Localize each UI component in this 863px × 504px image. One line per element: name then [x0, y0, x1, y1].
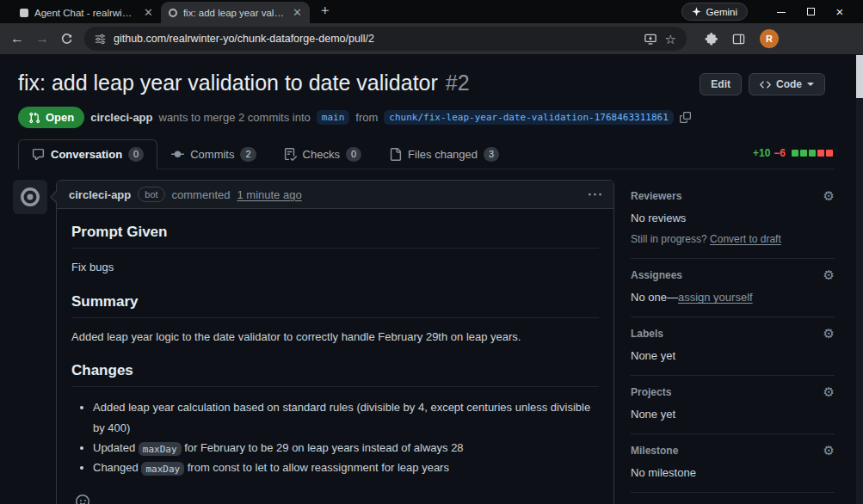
tab-label: Conversation	[51, 148, 122, 161]
diff-block-del	[817, 150, 824, 157]
add-reaction-button[interactable]	[71, 490, 94, 504]
code-button-label: Code	[776, 78, 802, 90]
prompt-text: Fix bugs	[71, 259, 599, 276]
convert-to-draft-link[interactable]: Convert to draft	[710, 233, 781, 245]
gear-icon[interactable]: ⚙	[823, 444, 835, 457]
site-info-icon[interactable]	[95, 34, 106, 45]
sidebar-section-assignees: Assignees ⚙ No one—assign yourself	[631, 259, 835, 317]
browser-tab-pull-request[interactable]: fix: add leap year validation to date va…	[161, 2, 310, 23]
pr-header: fix: add leap year validation to date va…	[0, 54, 863, 128]
edit-button[interactable]: Edit	[700, 73, 742, 95]
sidebar-section-projects: Projects ⚙ None yet	[631, 376, 835, 434]
projects-empty: None yet	[631, 408, 835, 421]
changes-bullet: Added leap year calculation based on sta…	[93, 397, 599, 438]
labels-empty: None yet	[631, 349, 835, 362]
comment-header: circleci-app bot commented 1 minute ago	[57, 181, 613, 209]
chevron-down-icon	[807, 83, 814, 86]
tab-title: Agent Chat - realrwinter-yo	[34, 8, 136, 18]
diff-block-add	[809, 150, 816, 157]
diffstat-additions: +10	[753, 147, 770, 159]
browser-toolbar: ← → github.com/realrwinter-yo/chunk-data…	[0, 23, 863, 54]
assign-yourself-link[interactable]: assign yourself	[678, 291, 753, 304]
maximize-button[interactable]	[796, 5, 825, 18]
diff-block-del	[826, 150, 833, 157]
comment-timestamp[interactable]: 1 minute ago	[237, 188, 301, 201]
section-title: Labels	[631, 328, 663, 340]
sidebar-section-reviewers: Reviewers ⚙ No reviews Still in progress…	[631, 180, 835, 259]
profile-avatar[interactable]: R	[760, 29, 779, 48]
section-title: Milestone	[631, 445, 678, 457]
tab-close-icon[interactable]: ✕	[293, 7, 302, 18]
heading-summary: Summary	[71, 293, 599, 318]
code-icon	[760, 79, 771, 90]
tab-close-icon[interactable]: ✕	[144, 7, 153, 18]
bookmark-star-icon[interactable]: ☆	[665, 33, 676, 46]
new-tab-button[interactable]: ＋	[318, 2, 332, 20]
github-page: fix: add leap year validation to date va…	[0, 54, 863, 504]
pr-title: fix: add leap year validation to date va…	[18, 70, 470, 96]
forward-icon[interactable]: →	[35, 32, 49, 46]
comment-box: circleci-app bot commented 1 minute ago …	[56, 180, 614, 504]
smiley-icon	[76, 495, 89, 504]
head-branch-label[interactable]: chunk/fix-leap-year-date-validation-1768…	[384, 110, 674, 125]
tab-title: fix: add leap year validation to date va…	[183, 8, 285, 18]
milestone-empty: No milestone	[631, 466, 835, 479]
reviewers-empty: No reviews	[631, 212, 835, 224]
gear-icon[interactable]: ⚙	[823, 268, 835, 281]
code-button[interactable]: Code	[749, 73, 825, 95]
gear-icon[interactable]: ⚙	[823, 385, 835, 398]
diff-block-add	[792, 150, 798, 157]
tab-label: Commits	[190, 148, 234, 161]
changes-bullet: Changed maxDay from const to let to allo…	[93, 458, 599, 477]
pr-number: #2	[446, 71, 470, 95]
gear-icon[interactable]: ⚙	[823, 189, 835, 202]
refresh-icon[interactable]	[60, 33, 73, 46]
pr-meta: Open circleci-app wants to merge 2 commi…	[18, 107, 825, 128]
pr-sidebar: Reviewers ⚙ No reviews Still in progress…	[631, 180, 835, 504]
minimize-button[interactable]	[767, 5, 796, 18]
pr-author[interactable]: circleci-app	[90, 111, 152, 124]
tab-label: Files changed	[408, 148, 478, 161]
section-title: Projects	[631, 386, 671, 398]
checklist-icon	[284, 148, 297, 161]
summary-text: Added leap year logic to the date valida…	[71, 329, 599, 346]
comment-icon	[32, 148, 45, 161]
tab-files-changed[interactable]: Files changed 3	[375, 139, 513, 169]
section-title: Assignees	[631, 269, 682, 281]
changes-bullet: Updated maxDay for February to be 29 on …	[93, 438, 599, 458]
browser-tab-agent-chat[interactable]: Agent Chat - realrwinter-yo ✕	[12, 2, 161, 23]
inline-code: maxDay	[141, 462, 184, 476]
address-bar[interactable]: github.com/realrwinter-yo/chunk-dataforg…	[84, 27, 687, 51]
status-badge: Open	[18, 107, 84, 128]
heading-changes: Changes	[71, 362, 599, 387]
base-branch-label[interactable]: main	[317, 110, 350, 125]
gemini-button[interactable]: Gemini	[681, 3, 748, 21]
gear-icon[interactable]: ⚙	[823, 327, 835, 340]
tab-conversation[interactable]: Conversation 0	[18, 139, 157, 169]
copy-branch-icon[interactable]	[680, 112, 691, 123]
kebab-menu-icon[interactable]	[589, 188, 601, 201]
tab-favicon	[20, 9, 28, 17]
extensions-puzzle-icon[interactable]	[705, 33, 718, 46]
close-button[interactable]: ×	[825, 4, 854, 19]
gemini-label: Gemini	[706, 7, 737, 17]
tab-checks[interactable]: Checks 0	[270, 139, 375, 169]
scrollbar-thumb[interactable]	[856, 55, 863, 98]
tab-favicon	[169, 9, 177, 17]
tab-count: 0	[346, 147, 361, 162]
diffstat: +10 −6	[753, 147, 833, 159]
assignees-empty: No one—assign yourself	[631, 291, 835, 304]
side-panel-icon[interactable]	[732, 33, 745, 46]
gemini-spark-icon	[692, 7, 701, 16]
tab-commits[interactable]: Commits 2	[157, 139, 269, 169]
back-icon[interactable]: ←	[10, 32, 24, 46]
bot-badge: bot	[138, 187, 164, 202]
open-in-app-icon[interactable]	[644, 33, 657, 46]
comment-author[interactable]: circleci-app	[69, 188, 131, 201]
sidebar-section-milestone: Milestone ⚙ No milestone	[631, 434, 835, 493]
circleci-bot-avatar[interactable]	[13, 180, 47, 214]
url-text[interactable]: github.com/realrwinter-yo/chunk-dataforg…	[114, 33, 636, 45]
pr-main: circleci-app bot commented 1 minute ago …	[0, 169, 863, 504]
sidebar-section-development: Development ⚙ Successfully merging this …	[631, 493, 835, 504]
comment-action: commented	[172, 188, 231, 201]
